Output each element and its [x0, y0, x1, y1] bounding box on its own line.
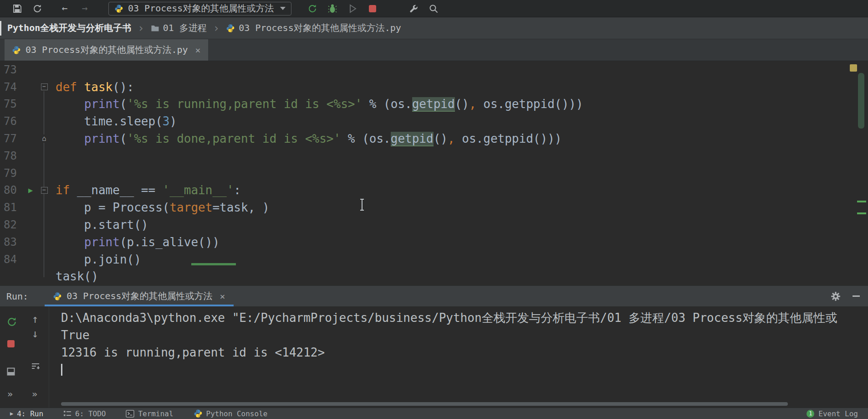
status-python-console-label: Python Console [206, 409, 268, 418]
chevrons-right-icon: » [32, 389, 37, 398]
console-stop-button[interactable] [7, 340, 15, 347]
todo-list-icon [63, 410, 71, 417]
status-python-console-button[interactable]: Python Console [184, 408, 278, 419]
editor-tab-title: 03 Process对象的其他属性或方法.py [26, 44, 188, 56]
python-icon [194, 409, 203, 418]
editor-scrollbar-thumb[interactable] [858, 73, 864, 129]
search-button[interactable] [428, 3, 439, 14]
code-editor[interactable]: 7374−def task():75 print('%s is running,… [0, 61, 868, 285]
debug-button[interactable] [327, 3, 338, 14]
forward-button[interactable]: → [79, 3, 90, 14]
chevron-separator-icon: › [213, 22, 220, 35]
run-panel-header: Run: 03 Process对象的其他属性或方法 × [0, 285, 868, 306]
run-line-icon[interactable]: ▶ [28, 186, 33, 194]
gear-icon [831, 291, 841, 301]
vcs-change-tick [857, 201, 866, 202]
breadcrumb-root[interactable]: Python全栈开发与分析电子书 [7, 22, 131, 34]
editor-tab[interactable]: 03 Process对象的其他属性或方法.py × [5, 39, 208, 61]
code-line: 77⌂ print('%s is done,parent id is <%s>'… [0, 130, 868, 147]
console-line: D:\Anaconda3\python.exe "E:/PycharmProje… [61, 309, 868, 326]
fold-end-icon[interactable]: ⌂ [41, 134, 47, 143]
code-line: 81 p = Process(target=task, ) [0, 199, 868, 216]
horizontal-scrollbar[interactable] [61, 402, 788, 406]
up-button[interactable]: ↑ [32, 314, 38, 325]
run-tab[interactable]: 03 Process对象的其他属性或方法 × [45, 286, 233, 306]
expand-more-button[interactable]: » [7, 389, 13, 398]
breadcrumb-file[interactable]: 03 Process对象的其他属性或方法.py [226, 22, 401, 34]
breadcrumb-folder-label: 01 多进程 [163, 22, 207, 34]
expand-more-button[interactable]: » [32, 389, 37, 398]
console-output[interactable]: D:\Anaconda3\python.exe "E:/PycharmProje… [49, 306, 868, 408]
chevron-separator-icon: › [138, 22, 144, 35]
settings-gear-button[interactable] [831, 291, 841, 301]
run-panel: ↑ ↓ » » D:\Anaconda3\python.exe "E:/Pych… [0, 306, 868, 408]
stop-icon [369, 5, 376, 12]
bug-icon [328, 4, 337, 14]
down-button[interactable]: ↓ [32, 328, 38, 339]
back-button[interactable]: ← [59, 3, 70, 14]
code-area: 7374−def task():75 print('%s is running,… [0, 61, 868, 285]
restore-layout-icon [7, 367, 15, 376]
line-number: 84 [0, 253, 23, 266]
save-button[interactable] [12, 3, 23, 14]
python-icon [53, 292, 62, 301]
restore-layout-button[interactable] [7, 367, 15, 376]
folder-icon [151, 25, 159, 32]
status-terminal-label: Terminal [138, 409, 173, 418]
highlight-underline [191, 263, 236, 265]
breadcrumb: Python全栈开发与分析电子书 › 01 多进程 › 03 Process对象… [0, 17, 868, 39]
notification-badge: 1 [807, 410, 814, 418]
text-caret [61, 364, 62, 376]
coverage-button[interactable] [347, 3, 358, 14]
minimize-button[interactable] [853, 295, 860, 297]
status-todo-button[interactable]: 6: TODO [53, 408, 116, 419]
line-number: 79 [0, 167, 23, 180]
python-icon [226, 24, 235, 33]
inspection-indicator[interactable] [850, 64, 857, 72]
run-toolwindow-icon: ▶ [10, 411, 13, 416]
status-run-button[interactable]: ▶ 4: Run [0, 408, 53, 419]
settings-wrench-button[interactable] [408, 3, 419, 14]
wrench-icon [408, 4, 419, 14]
sync-icon [32, 4, 42, 14]
code-line: 74−def task(): [0, 78, 868, 96]
python-icon [114, 4, 123, 13]
editor-tabstrip: 03 Process对象的其他属性或方法.py × [0, 39, 868, 61]
mouse-cursor [362, 199, 363, 211]
event-log-label: Event Log [818, 409, 858, 418]
console-caret-line [61, 361, 868, 378]
stop-icon [7, 340, 15, 347]
run-panel-label: Run: [6, 291, 28, 302]
close-icon[interactable]: × [195, 45, 201, 56]
status-terminal-button[interactable]: Terminal [116, 408, 183, 419]
search-icon [429, 4, 439, 14]
run-config-select[interactable]: 03 Process对象的其他属性或方法 [108, 2, 291, 16]
fold-icon[interactable]: − [41, 83, 48, 90]
breadcrumb-folder[interactable]: 01 多进程 [151, 22, 207, 34]
main-toolbar: ← → 03 Process对象的其他属性或方法 [0, 0, 868, 17]
run-button[interactable] [307, 3, 318, 14]
rerun-icon [6, 316, 17, 327]
code-line: 83 print(p.is_alive()) [0, 233, 868, 251]
code-line: 75 print('%s is running,parent id is <%s… [0, 96, 868, 113]
console-line: 12316 is running,parent id is <14212> [61, 344, 868, 361]
stop-button[interactable] [367, 3, 378, 14]
code-line: task() [0, 268, 868, 285]
forward-icon: → [82, 4, 88, 13]
line-number: 78 [0, 150, 23, 162]
fold-icon[interactable]: − [41, 187, 48, 194]
terminal-icon [126, 410, 134, 418]
event-log-button[interactable]: 1 Event Log [807, 408, 868, 419]
coverage-icon [348, 4, 357, 13]
breadcrumb-file-label: 03 Process对象的其他属性或方法.py [239, 22, 401, 34]
line-number: 82 [0, 218, 23, 231]
sync-button[interactable] [32, 3, 43, 14]
rerun-button[interactable] [6, 316, 17, 327]
line-number: 73 [0, 63, 23, 76]
soft-wrap-button[interactable] [31, 362, 40, 371]
python-icon [12, 46, 21, 55]
run-config-label: 03 Process对象的其他属性或方法 [128, 2, 274, 15]
code-line: 80▶−if __name__ == '__main__': [0, 182, 868, 199]
status-bar: ▶ 4: Run 6: TODO Terminal Python Console… [0, 408, 868, 419]
close-icon[interactable]: × [220, 291, 225, 302]
